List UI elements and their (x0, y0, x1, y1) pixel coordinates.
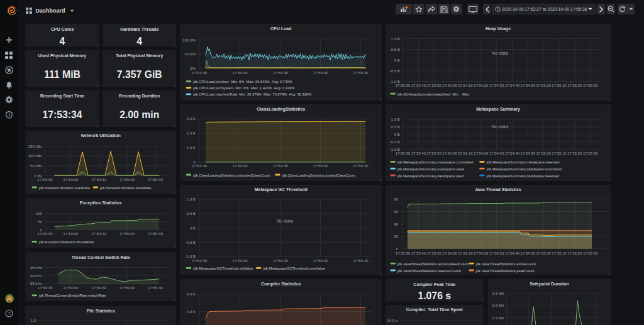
svg-text:No data: No data (492, 124, 509, 129)
svg-text:17:54:30: 17:54:30 (273, 70, 289, 75)
svg-text:17:55:00: 17:55:00 (313, 70, 328, 75)
svg-text:17:54:40: 17:54:40 (505, 151, 520, 155)
svg-text:50 kBs: 50 kBs (30, 163, 42, 168)
svg-text:17:53:34: 17:53:34 (42, 109, 82, 120)
svg-text:Safepoint Duration: Safepoint Duration (530, 282, 569, 287)
svg-text:1.0 K: 1.0 K (187, 145, 196, 150)
svg-text:jdk.JavaThreadStatistics.daemo: jdk.JavaThreadStatistics.daemonCount (397, 269, 461, 273)
svg-text:30 kHz: 30 kHz (30, 273, 42, 278)
svg-text:Java Thread Statistics: Java Thread Statistics (475, 187, 521, 192)
svg-text:Total Physical Memory: Total Physical Memory (116, 53, 163, 58)
svg-text:17:55:10: 17:55:10 (552, 84, 567, 87)
svg-text:17:53:30: 17:53:30 (396, 151, 411, 155)
svg-text:17:55:00: 17:55:00 (536, 84, 551, 87)
svg-text:17:55:00: 17:55:00 (119, 231, 135, 236)
svg-text:1.076 s: 1.076 s (418, 290, 451, 301)
svg-text:jdk.JavaThreadStatistics.activ: jdk.JavaThreadStatistics.activeCount (475, 262, 536, 266)
svg-text:17:53:30: 17:53:30 (37, 231, 53, 236)
svg-text:80: 80 (394, 197, 398, 201)
svg-text:jdk.NetworkUtilization.readRat: jdk.NetworkUtilization.readRate (38, 186, 90, 190)
svg-text:17:54:40: 17:54:40 (505, 251, 520, 255)
svg-text:0.5 B: 0.5 B (391, 124, 400, 129)
svg-text:3.0 K: 3.0 K (187, 309, 196, 314)
svg-text:File Statistics: File Statistics (87, 309, 115, 313)
svg-text:17:53:30: 17:53:30 (396, 251, 411, 255)
svg-text:?: ? (8, 311, 10, 316)
svg-text:jdk.JavaThreadStatistics.accum: jdk.JavaThreadStatistics.accumulatedCoun… (397, 262, 469, 266)
svg-text:1.0: 1.0 (31, 318, 36, 322)
svg-text:Hardware Threads: Hardware Threads (120, 27, 158, 31)
svg-text:jdk.CPULoad.jvmUser Min: 0%: jdk.CPULoad.jvmUser Min: 0% Max: 26.643%… (192, 80, 292, 84)
svg-text:jdk.ClassLoadingStatistics.loa: jdk.ClassLoadingStatistics.loadedClassCo… (282, 174, 356, 177)
svg-text:17:55:30: 17:55:30 (148, 231, 164, 236)
svg-text:17:54:00: 17:54:00 (232, 70, 248, 75)
svg-text:100.0%: 100.0% (182, 38, 196, 42)
svg-text:17:55:10: 17:55:10 (552, 251, 567, 255)
svg-text:17:54:00: 17:54:00 (63, 231, 79, 236)
svg-text:35 kHz: 35 kHz (30, 265, 42, 270)
svg-text:17:54:30: 17:54:30 (91, 231, 107, 236)
svg-text:17:55:20: 17:55:20 (567, 251, 582, 255)
svg-text:17:53:40: 17:53:40 (411, 251, 426, 255)
svg-text:17:53:50: 17:53:50 (427, 84, 442, 87)
svg-text:17:54:50: 17:54:50 (521, 251, 536, 255)
svg-text:0 B: 0 B (190, 226, 196, 230)
svg-text:17:55:00: 17:55:00 (313, 258, 328, 263)
svg-text:Recording Start Time: Recording Start Time (40, 94, 85, 99)
svg-text:17:54:20: 17:54:20 (474, 251, 489, 255)
svg-text:17:55:20: 17:55:20 (567, 151, 582, 155)
svg-text:17:54:30: 17:54:30 (489, 251, 504, 255)
svg-text:2.5 Mil: 2.5 Mil (492, 316, 504, 320)
svg-text:17:54:00: 17:54:00 (232, 258, 248, 263)
svg-text:17:53:30: 17:53:30 (192, 258, 208, 263)
svg-text:jdk.ExceptionStatistics.throwa: jdk.ExceptionStatistics.throwables (38, 240, 94, 244)
svg-text:17:55:30: 17:55:30 (583, 251, 598, 255)
svg-text:No data: No data (277, 218, 294, 224)
svg-text:3.0 Mil: 3.0 Mil (492, 303, 504, 307)
svg-text:jdk.ThreadContextSwitchRate.sw: jdk.ThreadContextSwitchRate.switchRate (38, 294, 106, 297)
svg-text:17:54:30: 17:54:30 (91, 177, 107, 182)
svg-text:Compiler: Total Time Spent: Compiler: Total Time Spent (406, 307, 464, 312)
svg-text:17:55:00: 17:55:00 (536, 251, 551, 255)
svg-text:17:55:30: 17:55:30 (353, 70, 369, 75)
svg-text:17:54:20: 17:54:20 (474, 84, 489, 87)
svg-text:17:54:10: 17:54:10 (458, 251, 473, 255)
svg-text:jdk.NetworkUtilization.writeRa: jdk.NetworkUtilization.writeRate (99, 186, 152, 190)
svg-text:17:54:30: 17:54:30 (273, 258, 289, 263)
svg-text:17:54:00: 17:54:00 (232, 163, 248, 168)
svg-text:CPU Cores: CPU Cores (51, 27, 74, 31)
svg-text:17:54:30: 17:54:30 (489, 151, 504, 155)
svg-text:17:55:30: 17:55:30 (148, 285, 164, 290)
svg-text:17:54:00: 17:54:00 (442, 251, 457, 255)
svg-text:ClassLoadingStatistics: ClassLoadingStatistics (257, 107, 305, 112)
svg-text:-0.5 B: -0.5 B (389, 140, 400, 144)
svg-text:17:54:10: 17:54:10 (458, 84, 473, 87)
svg-text:Metaspace GC Threshold: Metaspace GC Threshold (255, 187, 308, 192)
svg-text:17:54:20: 17:54:20 (474, 151, 489, 155)
svg-text:Compiler Statistics: Compiler Statistics (261, 282, 301, 287)
svg-text:jdk.MetaspaceSummary.metaspace: jdk.MetaspaceSummary.metaspace:reserved (486, 160, 560, 164)
svg-text:17:55:10: 17:55:10 (552, 151, 567, 155)
svg-text:17:55:30: 17:55:30 (148, 177, 164, 182)
svg-text:Network Utilization: Network Utilization (81, 133, 121, 138)
svg-text:Metaspace Summary: Metaspace Summary (476, 107, 520, 112)
svg-text:jdk.MetaspaceSummary.metaspace: jdk.MetaspaceSummary.metaspace:committed (397, 160, 473, 164)
svg-text:150 kBs: 150 kBs (28, 144, 42, 148)
svg-text:jdk.MetaspaceSummary.metaspace: jdk.MetaspaceSummary.metaspace:used (397, 167, 464, 171)
svg-text:50.0%: 50.0% (184, 52, 196, 56)
svg-text:17:53:40: 17:53:40 (411, 151, 426, 155)
svg-text:-0.5 B: -0.5 B (389, 69, 400, 73)
svg-text:0 B: 0 B (394, 132, 400, 136)
svg-text:100 kBs: 100 kBs (28, 153, 42, 158)
svg-text:17:55:30: 17:55:30 (353, 258, 369, 263)
svg-text:No data: No data (492, 50, 509, 56)
svg-text:17:53:30: 17:53:30 (192, 70, 208, 75)
svg-text:17:54:30: 17:54:30 (91, 285, 107, 290)
svg-text:jdk.MetaspaceSummary.dataSpace: jdk.MetaspaceSummary.dataSpace:used (397, 174, 464, 178)
svg-text:0.5 B: 0.5 B (187, 211, 196, 216)
svg-text:17:54:40: 17:54:40 (505, 84, 520, 87)
svg-text:jdk.CPULoad.jvmSystem Min: 0%: jdk.CPULoad.jvmSystem Min: 0% Max: 1.421… (192, 86, 294, 90)
svg-text:17:55:00: 17:55:00 (536, 151, 551, 155)
svg-text:4: 4 (136, 36, 142, 47)
svg-text:jdk.MetaspaceGCThreshold.oldVa: jdk.MetaspaceGCThreshold.oldValue (192, 267, 253, 270)
